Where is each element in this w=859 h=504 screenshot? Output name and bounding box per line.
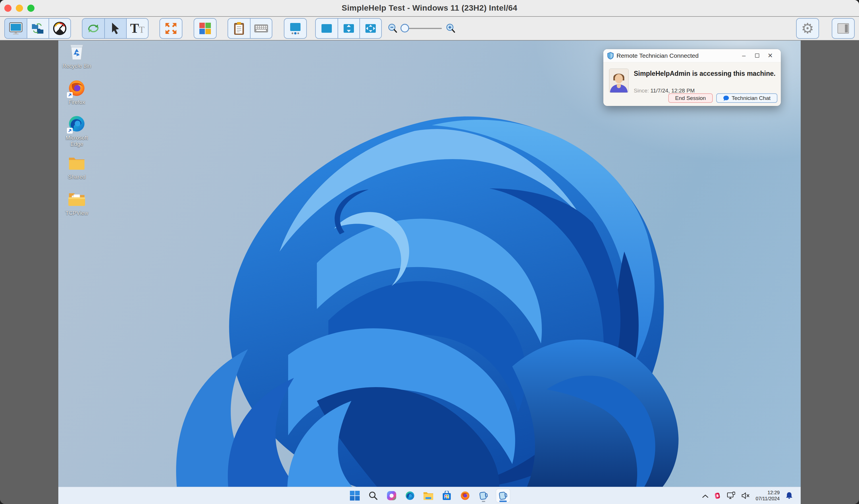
since-label: Since: [634, 88, 649, 94]
screen-fit-all-icon [364, 23, 377, 34]
tray-chevron-icon[interactable] [702, 492, 708, 500]
firefox-icon [460, 491, 470, 501]
remote-viewport: Recycle Bin Firefox [0, 41, 859, 504]
folder-icon [68, 155, 86, 170]
zoom-out-icon[interactable] [388, 23, 397, 34]
toolbar-group-monitors [284, 18, 307, 39]
app-window: SimpleHelp Test - Windows 11 (23H2) Inte… [0, 0, 859, 504]
remote-technician-dialog: Remote Technician Connected – ✕ [603, 49, 781, 106]
zoom-controls [388, 23, 456, 34]
folder-files-icon [68, 192, 86, 207]
end-session-button[interactable]: End Session [668, 93, 713, 103]
tray-date: 07/11/2024 [756, 496, 780, 502]
desktop-icon-shared[interactable]: Shared [60, 154, 93, 180]
fit-vertical-button[interactable] [337, 19, 359, 38]
desktop-icon-label: Firefox [69, 99, 85, 105]
chat-bubble-icon [723, 95, 729, 101]
dialog-close-button[interactable]: ✕ [764, 51, 777, 61]
mouse-control-button[interactable] [104, 19, 126, 38]
virtual-keyboard-button[interactable] [250, 19, 272, 38]
technician-chat-button[interactable]: Technician Chat [716, 93, 778, 103]
recycle-bin-icon [69, 43, 85, 61]
fullscreen-button[interactable] [160, 19, 182, 38]
edge-taskbar-button[interactable] [404, 489, 416, 503]
remote-desktop[interactable]: Recycle Bin Firefox [58, 41, 801, 504]
toolbar-group-fullscreen [160, 18, 182, 39]
windows-logo-icon [199, 22, 211, 35]
zoom-slider[interactable] [402, 28, 442, 29]
close-window-button[interactable] [4, 4, 12, 12]
text-Tt-icon: TT [130, 22, 145, 35]
running-indicator [482, 501, 485, 502]
edge-icon [405, 491, 415, 501]
window-title: SimpleHelp Test - Windows 11 (23H2) Inte… [342, 3, 517, 13]
shortcut-arrow-badge [67, 128, 73, 134]
remote-screen-button[interactable] [5, 19, 27, 38]
screen-actual-icon [320, 23, 333, 34]
desktop-icon-label: Shared [68, 174, 85, 180]
desktop-icon-tcpview[interactable]: TCPView [60, 190, 93, 216]
since-value: 11/7/24, 12:28 PM [650, 88, 695, 94]
dialog-minimize-button[interactable]: – [737, 51, 750, 61]
simplehelp-tray-icon[interactable] [714, 492, 721, 500]
dialog-message: SimpleHelpAdmin is accessing this machin… [634, 70, 775, 78]
network-display-icon[interactable] [727, 492, 736, 500]
tray-time: 12:29 [756, 490, 780, 496]
traffic-lights [0, 0, 34, 16]
windows-bloom-wallpaper [145, 79, 708, 504]
firefox-taskbar-button[interactable] [459, 489, 471, 503]
minimize-window-button[interactable] [16, 4, 23, 12]
settings-button[interactable]: ⚙ [797, 19, 818, 38]
active-indicator [499, 501, 507, 502]
fit-screen-button[interactable] [359, 19, 381, 38]
dialog-buttons: End Session Technician Chat [668, 93, 778, 103]
simplehelp-taskbar-button[interactable] [478, 489, 489, 503]
refresh-button[interactable] [82, 19, 104, 38]
desktop-icon-recycle-bin[interactable]: Recycle Bin [60, 43, 93, 69]
zoom-in-icon[interactable] [446, 23, 456, 34]
monitor-select-button[interactable] [284, 19, 306, 38]
zoom-window-button[interactable] [27, 4, 34, 12]
cursor-icon [110, 22, 121, 35]
search-icon [368, 491, 378, 500]
simplehelp-active-button[interactable] [496, 489, 510, 503]
file-transfer-button[interactable] [27, 19, 48, 38]
expand-arrows-icon [164, 22, 178, 35]
copilot-icon [387, 491, 396, 501]
desktop-icon-label: Microsoft Edge [60, 135, 93, 147]
technician-avatar [609, 68, 629, 93]
shield-icon [607, 52, 614, 59]
start-button[interactable] [349, 489, 361, 503]
screen-fit-vertical-icon [342, 23, 356, 34]
monitor-icon [9, 22, 23, 35]
copilot-button[interactable] [386, 489, 397, 503]
search-button[interactable] [367, 489, 379, 503]
toolbar: TT [0, 17, 859, 40]
actual-size-button[interactable] [316, 19, 337, 38]
desktop-icon-firefox[interactable]: Firefox [60, 79, 93, 105]
desktop-icon-edge[interactable]: Microsoft Edge [60, 114, 93, 147]
microsoft-store-button[interactable] [441, 489, 453, 503]
dialog-maximize-button[interactable] [750, 51, 764, 61]
toolbar-group-windowskey [194, 18, 216, 39]
notification-bell-icon[interactable] [785, 492, 793, 500]
file-explorer-button[interactable] [422, 489, 434, 503]
titlebar: SimpleHelp Test - Windows 11 (23H2) Inte… [0, 0, 859, 16]
tray-clock[interactable]: 12:29 07/11/2024 [756, 490, 780, 502]
zoom-slider-handle[interactable] [401, 24, 409, 32]
diagnostics-button[interactable] [48, 19, 70, 38]
clipboard-button[interactable] [228, 19, 250, 38]
technician-chat-label: Technician Chat [732, 95, 770, 101]
taskbar-center-icons [349, 487, 510, 504]
volume-muted-icon[interactable] [741, 492, 750, 500]
folders-sync-icon [31, 22, 45, 35]
dialog-since: Since: 11/7/24, 12:28 PM [634, 88, 695, 94]
dialog-titlebar[interactable]: Remote Technician Connected – ✕ [603, 49, 781, 62]
clipboard-icon [233, 21, 245, 35]
side-panel-button[interactable] [832, 19, 854, 38]
shortcut-arrow-badge [67, 92, 73, 98]
toolbar-group-panel [832, 18, 855, 39]
windows-key-button[interactable] [194, 19, 216, 38]
text-input-button[interactable]: TT [126, 19, 148, 38]
windows-taskbar: 12:29 07/11/2024 [58, 487, 801, 504]
